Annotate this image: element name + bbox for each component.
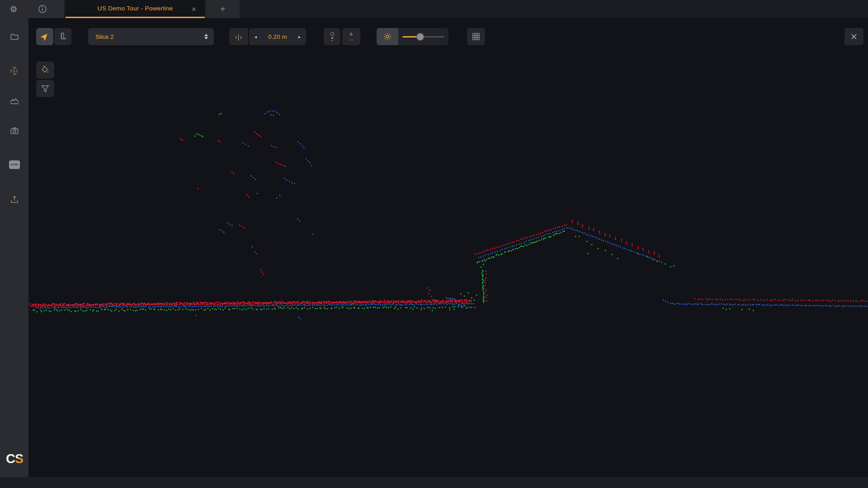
slice-width-mode-button[interactable]: ‹|›: [229, 28, 248, 45]
slice-selector-value: Slice 2: [95, 33, 114, 40]
grid-icon: [472, 32, 481, 41]
app-window: ⚙ US Demo Tour - Powerline ✕ +: [0, 0, 868, 488]
filter-tool-button[interactable]: [36, 80, 54, 97]
gear-icon: ⚙: [9, 4, 17, 14]
navigation-arrow-icon: [40, 32, 50, 42]
tab-us-demo-tour-powerline[interactable]: US Demo Tour - Powerline ✕: [66, 0, 205, 18]
width-decrease-button[interactable]: ◂: [255, 34, 257, 39]
point-size-button[interactable]: [324, 28, 340, 45]
point-size-stepper[interactable]: + –: [342, 28, 360, 45]
sidebar-item-placeholder[interactable]: ICON: [0, 158, 28, 171]
slice-selector-dropdown[interactable]: Slice 2: [88, 28, 214, 45]
terrain-icon: [9, 95, 20, 106]
stepper-arrows-icon[interactable]: [204, 34, 208, 39]
brightness-slider[interactable]: [398, 28, 448, 45]
slice-clip-icon: [9, 66, 20, 76]
settings-button[interactable]: ⚙: [5, 0, 23, 18]
navigate-tool-button[interactable]: [36, 28, 53, 45]
width-increase-button[interactable]: ▸: [298, 34, 301, 39]
pointcloud-canvas[interactable]: [28, 18, 868, 477]
info-button[interactable]: [33, 0, 52, 18]
tab-title: US Demo Tour - Powerline: [98, 5, 173, 12]
colorize-tool-button[interactable]: [36, 61, 54, 79]
sidebar-item-camera[interactable]: [0, 124, 28, 137]
camera-icon: [9, 126, 19, 136]
app-logo: CS: [6, 451, 23, 466]
top-bar-left: ⚙: [0, 0, 64, 18]
close-icon: [850, 33, 858, 40]
decrease-button[interactable]: –: [349, 37, 353, 42]
ruler-icon: [58, 32, 68, 42]
placeholder-icon: ICON: [9, 160, 20, 169]
info-icon: [38, 5, 47, 14]
slice-width-icon: ‹|›: [235, 33, 243, 41]
grid-toggle-button[interactable]: [467, 28, 485, 45]
export-icon: [9, 194, 19, 204]
tab-close-button[interactable]: ✕: [190, 5, 198, 13]
sidebar-item-slice-tool[interactable]: [0, 64, 28, 78]
left-sidebar: ICON CS: [0, 18, 28, 477]
slice-width-value: 0.20 m: [268, 33, 287, 40]
measure-tool-button[interactable]: [54, 28, 71, 45]
top-bar: ⚙ US Demo Tour - Powerline ✕ +: [0, 0, 868, 18]
sun-icon: [382, 32, 392, 42]
status-bar: [0, 477, 868, 488]
point-size-icon: [330, 32, 334, 42]
close-view-button[interactable]: [844, 28, 863, 45]
folder-icon: [9, 32, 19, 42]
slice-width-control: ◂ 0.20 m ▸: [249, 28, 306, 45]
paint-bucket-icon: [40, 65, 50, 75]
logo-letter-c: C: [6, 451, 15, 466]
sidebar-item-terrain[interactable]: [0, 94, 28, 108]
slider-track[interactable]: [402, 36, 444, 38]
add-tab-button[interactable]: +: [206, 0, 240, 18]
brightness-button[interactable]: [377, 28, 398, 45]
sidebar-item-projects[interactable]: [0, 30, 28, 43]
brightness-control: [377, 28, 448, 45]
logo-letter-s: S: [15, 451, 23, 466]
filter-funnel-icon: [40, 84, 50, 94]
slider-thumb[interactable]: [416, 33, 424, 41]
sidebar-item-export[interactable]: [0, 192, 28, 206]
